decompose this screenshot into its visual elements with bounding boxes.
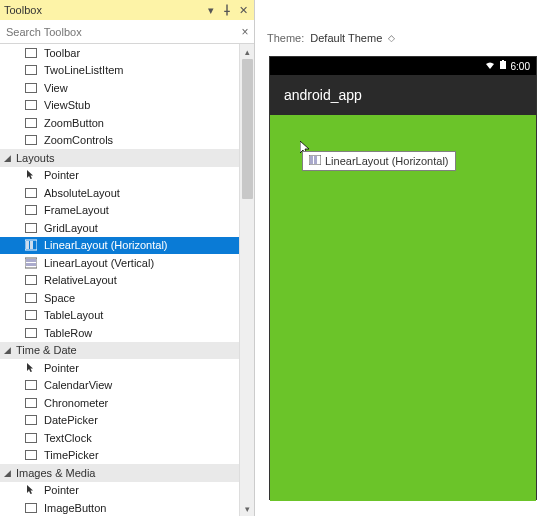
layout-icon xyxy=(24,186,38,200)
toolbox-item-label: TimePicker xyxy=(44,449,99,461)
toolbox-item[interactable]: TwoLineListItem xyxy=(0,62,254,80)
toolbox-title: Toolbox xyxy=(4,4,202,16)
svg-rect-16 xyxy=(26,293,37,302)
toolbox-item[interactable]: FrameLayout xyxy=(0,202,254,220)
hlayout-icon xyxy=(24,238,38,252)
svg-rect-28 xyxy=(310,156,313,164)
toolbox-item[interactable]: DatePicker xyxy=(0,412,254,430)
scroll-up-icon[interactable]: ▴ xyxy=(240,44,254,59)
toolbox-item[interactable]: Chronometer xyxy=(0,394,254,412)
close-icon[interactable]: ✕ xyxy=(236,3,250,17)
toolbox-item-label: Pointer xyxy=(44,484,79,496)
device-frame: 6:00 android_app LinearLayout (Horizonta… xyxy=(269,56,537,500)
status-time: 6:00 xyxy=(511,61,530,72)
svg-rect-10 xyxy=(26,241,29,249)
chevron-down-icon: ◇ xyxy=(388,33,395,43)
toolbox-item[interactable]: ViewStub xyxy=(0,97,254,115)
dropdown-icon[interactable]: ▾ xyxy=(204,3,218,17)
toolbox-item[interactable]: AbsoluteLayout xyxy=(0,184,254,202)
dragged-widget[interactable]: LinearLayout (Horizontal) xyxy=(302,151,456,171)
toolbox-item[interactable]: Pointer xyxy=(0,167,254,185)
svg-rect-20 xyxy=(26,398,37,407)
svg-rect-25 xyxy=(500,61,506,69)
svg-rect-14 xyxy=(26,263,36,266)
toolbox-item-label: DatePicker xyxy=(44,414,98,426)
svg-rect-21 xyxy=(26,416,37,425)
svg-rect-5 xyxy=(26,136,37,145)
svg-rect-7 xyxy=(26,206,37,215)
toolbox-item[interactable]: TableLayout xyxy=(0,307,254,325)
toolbox-item-label: Toolbar xyxy=(44,47,80,59)
toolbox-item-label: Space xyxy=(44,292,75,304)
svg-rect-17 xyxy=(26,311,37,320)
toolbox-item[interactable]: RelativeLayout xyxy=(0,272,254,290)
scroll-thumb[interactable] xyxy=(242,59,253,199)
theme-selector[interactable]: Theme: Default Theme ◇ xyxy=(267,32,553,44)
expand-icon: ◢ xyxy=(4,153,14,163)
svg-rect-23 xyxy=(26,451,37,460)
toolbox-item-label: CalendarView xyxy=(44,379,112,391)
pin-icon[interactable] xyxy=(220,3,234,17)
toolbox-item[interactable]: ImageButton xyxy=(0,499,254,516)
toolbox-item[interactable]: Pointer xyxy=(0,359,254,377)
layout-icon xyxy=(24,326,38,340)
layout-icon xyxy=(24,291,38,305)
toolbox-category[interactable]: ◢Time & Date xyxy=(0,342,254,360)
scroll-down-icon[interactable]: ▾ xyxy=(240,501,254,516)
toolbox-item[interactable]: TextClock xyxy=(0,429,254,447)
category-label: Time & Date xyxy=(16,344,77,356)
design-canvas[interactable]: LinearLayout (Horizontal) xyxy=(270,115,536,501)
theme-label: Theme: xyxy=(267,32,304,44)
toolbox-item[interactable]: Pointer xyxy=(0,482,254,500)
toolbox-item-label: RelativeLayout xyxy=(44,274,117,286)
search-input[interactable] xyxy=(0,23,236,41)
toolbox-item[interactable]: ZoomControls xyxy=(0,132,254,150)
svg-rect-11 xyxy=(30,241,33,249)
toolbox-item-label: TableRow xyxy=(44,327,92,339)
toolbox-item-label: GridLayout xyxy=(44,222,98,234)
category-label: Layouts xyxy=(16,152,55,164)
toolbox-item[interactable]: Toolbar xyxy=(0,44,254,62)
svg-rect-8 xyxy=(26,223,37,232)
battery-icon xyxy=(499,60,507,72)
widget-icon xyxy=(24,81,38,95)
toolbox-category[interactable]: ◢Layouts xyxy=(0,149,254,167)
toolbox-item[interactable]: GridLayout xyxy=(0,219,254,237)
svg-rect-1 xyxy=(26,66,37,75)
widget-icon xyxy=(24,63,38,77)
layout-icon xyxy=(24,273,38,287)
app-bar: android_app xyxy=(270,75,536,115)
svg-rect-6 xyxy=(26,188,37,197)
toolbox-item-label: View xyxy=(44,82,68,94)
toolbox-item[interactable]: TimePicker xyxy=(0,447,254,465)
toolbox-item-label: TextClock xyxy=(44,432,92,444)
widget-icon xyxy=(24,396,38,410)
theme-value: Default Theme xyxy=(310,32,382,44)
toolbox-item-label: Chronometer xyxy=(44,397,108,409)
toolbox-item[interactable]: CalendarView xyxy=(0,377,254,395)
toolbox-item[interactable]: ZoomButton xyxy=(0,114,254,132)
toolbox-item-label: FrameLayout xyxy=(44,204,109,216)
pointer-icon xyxy=(24,361,38,375)
hlayout-icon xyxy=(309,155,321,167)
toolbox-item[interactable]: TableRow xyxy=(0,324,254,342)
toolbox-item-label: ImageButton xyxy=(44,502,106,514)
widget-icon xyxy=(24,413,38,427)
clear-search-icon[interactable]: × xyxy=(236,25,254,39)
toolbox-item-label: ZoomButton xyxy=(44,117,104,129)
vlayout-icon xyxy=(24,256,38,270)
widget-icon xyxy=(24,431,38,445)
toolbox-item[interactable]: View xyxy=(0,79,254,97)
designer-area: Theme: Default Theme ◇ 6:00 android_app xyxy=(255,0,553,516)
widget-icon xyxy=(24,133,38,147)
wifi-icon xyxy=(485,60,495,72)
toolbox-item[interactable]: LinearLayout (Horizontal) xyxy=(0,237,254,255)
toolbox-header: Toolbox ▾ ✕ xyxy=(0,0,254,20)
toolbox-item[interactable]: Space xyxy=(0,289,254,307)
layout-icon xyxy=(24,308,38,322)
svg-rect-22 xyxy=(26,433,37,442)
widget-icon xyxy=(24,98,38,112)
toolbox-category[interactable]: ◢Images & Media xyxy=(0,464,254,482)
toolbox-item[interactable]: LinearLayout (Vertical) xyxy=(0,254,254,272)
scrollbar[interactable]: ▴ ▾ xyxy=(239,44,254,516)
